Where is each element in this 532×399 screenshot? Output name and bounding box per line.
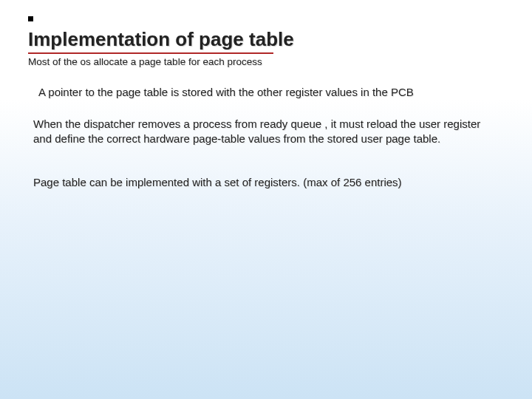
paragraph-1: A pointer to the page table is stored wi… — [38, 86, 414, 98]
title-underline — [28, 52, 273, 54]
slide-title: Implementation of page table — [28, 28, 294, 51]
slide-subtitle: Most of the os allocate a page table for… — [28, 56, 262, 67]
bullet-icon — [28, 16, 33, 21]
paragraph-2: When the dispatcher removes a process fr… — [33, 117, 488, 147]
paragraph-3: Page table can be implemented with a set… — [33, 176, 402, 188]
